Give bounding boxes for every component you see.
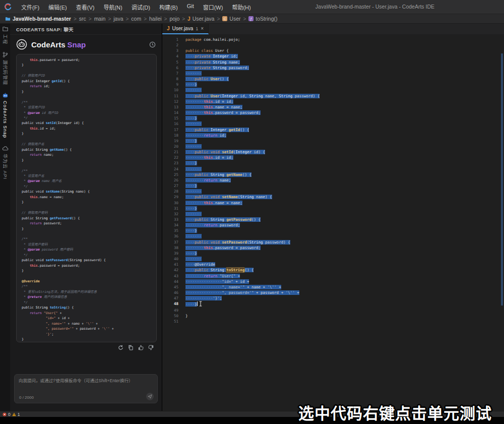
code-line[interactable]: 22········this.id = id; [162,155,504,160]
overview-ruler[interactable] [499,34,504,411]
breadcrumb-item[interactable]: src [79,16,86,22]
code-line[interactable]: 37····public void setPassword(String pas… [162,239,504,245]
warning-count: 1 [18,412,20,417]
code-line[interactable]: 42····public String toString() { [162,267,504,273]
chat-input[interactable] [19,377,153,391]
code-line[interactable]: 36······· [162,233,504,239]
line-number: 32 [162,211,178,217]
code-line[interactable]: 35····} [162,228,504,233]
code-line[interactable]: 19····} [162,138,504,144]
snap-code-block[interactable]: this.password = password;} // 获取用户IDpubl… [16,54,157,342]
code-line[interactable]: 11····public User(Integer id, String nam… [162,93,504,99]
code-line[interactable]: 23····} [162,160,504,166]
code-line[interactable]: 39····} [162,251,504,256]
breadcrumb-item[interactable]: java [113,16,123,22]
menu-item[interactable]: 编辑(E) [44,3,72,11]
code-line[interactable]: 6····private String password; [162,65,504,71]
code-line[interactable]: 28······· [162,189,504,194]
code-line[interactable]: 17····public Integer getId() { [162,127,504,133]
breadcrumb-item[interactable]: CUser [222,16,240,22]
code-line[interactable]: 4····private Integer id; [162,53,504,59]
snap-code-line: this.password = password; [22,57,154,63]
code-line[interactable]: 25····public String getName() { [162,172,504,177]
activity-item-project[interactable]: 工程 [2,26,9,44]
error-icon[interactable] [3,412,7,416]
snap-code-line: } [22,226,154,231]
activity-item-huawei-cloud-api[interactable]: 华为云 API [2,145,9,179]
code-line[interactable]: 40······· [162,256,504,262]
breadcrumb-item[interactable]: com [131,16,141,22]
snap-code-line [22,274,154,279]
send-icon[interactable] [146,393,154,400]
code-line[interactable]: 21····public void setId(Integer id) { [162,149,504,155]
regenerate-icon[interactable] [118,345,123,350]
menu-item[interactable]: 调试(D) [127,3,155,11]
code-line[interactable]: 47············'}'; [162,295,504,301]
history-clock-icon[interactable] [149,41,156,48]
code-line[interactable]: 12········this.id = id; [162,99,504,104]
code-line[interactable]: 41····@Override [162,262,504,267]
close-icon[interactable]: × [201,26,204,31]
breadcrumb-item[interactable]: pojo [169,16,179,22]
activity-item-codearts-snap[interactable]: CodeArts Snap [2,92,9,138]
code-line[interactable]: 14········this.password = password; [162,110,504,115]
line-number: 46 [162,290,178,295]
code-line[interactable]: 26········return name; [162,177,504,183]
code-line[interactable]: 24······· [162,166,504,172]
code-line[interactable]: 38········this.password = password; [162,245,504,251]
snap-code-line: public void setId(Integer id) { [22,120,154,126]
code-line[interactable]: 48····} [162,301,504,307]
code-line[interactable]: 34········return password; [162,222,504,228]
code-line[interactable]: 43········return "User{" + [162,273,504,279]
code-line[interactable]: 27····} [162,183,504,189]
code-line[interactable]: 5····private String name; [162,59,504,65]
code-line[interactable]: 44················"id=" + id + [162,279,504,284]
menu-item[interactable]: 查看(V) [72,3,99,11]
menu-item[interactable]: 导航(N) [99,3,127,11]
code-line[interactable]: 50} [162,313,504,319]
code-line[interactable]: 29····public void setName(String name) { [162,194,504,200]
menu-item[interactable]: 构建(B) [155,3,182,11]
code-line[interactable]: 31····} [162,206,504,211]
code-line[interactable]: 1package com.hailei.pojo; [162,37,504,42]
code-line[interactable]: 3public class User { [162,48,504,53]
code-line[interactable]: 51 [162,319,504,324]
line-number: 50 [162,313,178,319]
code-line[interactable]: 10······· [162,87,504,93]
code-line[interactable]: 20······· [162,144,504,149]
code-line[interactable]: 9····} [162,82,504,87]
code-line[interactable]: 15····} [162,115,504,121]
line-number: 17 [162,127,178,133]
menu-item[interactable]: 窗口(W) [199,3,228,11]
code-line[interactable]: 45················", name='" + name + '\… [162,284,504,290]
breadcrumb-item[interactable]: JUser.java [187,16,214,22]
code-line[interactable]: 2 [162,42,504,48]
code-line[interactable]: 7······· [162,71,504,76]
breadcrumb-item[interactable]: main [94,16,106,22]
breadcrumb-item[interactable]: JavaWeb-brand-master [5,16,71,22]
snap-code-line: ", password='" + password + '\'' + [22,326,154,331]
menu-item[interactable]: 文件(F) [17,3,44,11]
snap-code-line: public String getName() { [22,147,154,152]
code-line[interactable]: 49 [162,308,504,313]
code-line[interactable]: 18········return id; [162,133,504,138]
menu-item[interactable]: Git [182,3,199,11]
activity-item-source-control[interactable]: 源代码管理 [2,51,9,85]
menu-item[interactable]: 帮助(H) [227,3,255,11]
thumbs-up-icon[interactable] [138,345,144,350]
breadcrumb-item[interactable]: hailei [149,16,162,22]
code-line[interactable]: 32······· [162,211,504,217]
thumbs-down-icon[interactable] [148,345,154,350]
snap-code-line: "id=" + id + [22,316,154,321]
code-line[interactable]: 30········this.name = name; [162,200,504,206]
code-line[interactable]: 13········this.name = name; [162,104,504,110]
code-editor[interactable]: 1package com.hailei.pojo;2 3public class… [162,34,504,411]
code-line[interactable]: 33····public String getPassword() { [162,217,504,222]
breadcrumb-item[interactable]: ƒtoString() [248,16,277,22]
copy-icon[interactable] [128,345,134,350]
tab-user-java[interactable]: J User.java 1 × [162,24,209,34]
code-line[interactable]: 8····public User() { [162,76,504,82]
code-line[interactable]: 16······· [162,121,504,127]
code-line[interactable]: 46················", password='" + passw… [162,290,504,295]
warning-icon[interactable] [12,412,16,416]
